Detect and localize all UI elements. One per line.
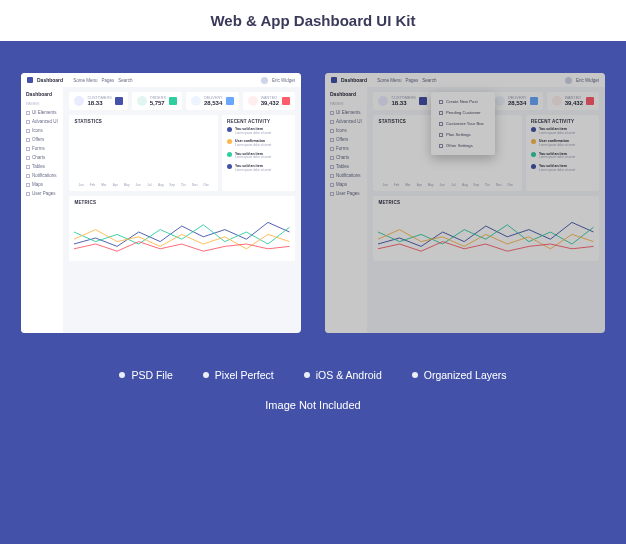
- search-link[interactable]: Search: [118, 78, 132, 83]
- sidebar-item-notifications[interactable]: Notifications: [26, 171, 58, 180]
- delivery-icon: [191, 96, 201, 106]
- stat-card-delivery[interactable]: DELIVERY28,534: [186, 92, 239, 110]
- sidebar-item-advanced-ui[interactable]: Advanced UI: [26, 117, 58, 126]
- customers-icon: [378, 96, 388, 106]
- dropdown-item-other[interactable]: Other Settings: [435, 140, 491, 151]
- sidebar-item[interactable]: Charts: [330, 153, 362, 162]
- dashboard-light: Dashboard Some Menu Pages Search Eric Wi…: [21, 73, 301, 333]
- sidebar-item-offers[interactable]: Offers: [26, 135, 58, 144]
- search-link[interactable]: Search: [422, 78, 436, 83]
- nav-icon: [26, 183, 30, 187]
- bar-label: Nov: [192, 183, 198, 187]
- bullet-icon: [203, 372, 209, 378]
- sidebar-item[interactable]: Offers: [330, 135, 362, 144]
- sidebar-item-icons[interactable]: Icons: [26, 126, 58, 135]
- sidebar-item[interactable]: UI Elements: [330, 108, 362, 117]
- nav-icon: [330, 147, 334, 151]
- page-title: Web & App Dashboard UI Kit: [0, 0, 626, 41]
- nav-icon: [26, 120, 30, 124]
- dropdown-item-customize[interactable]: Customize Your Box: [435, 118, 491, 129]
- bullet-icon: [119, 372, 125, 378]
- activity-item[interactable]: User confirmationLorem ipsum dolor sit a…: [531, 139, 594, 147]
- bar-column: Feb: [88, 181, 97, 187]
- activity-item[interactable]: You sold an itemLorem ipsum dolor sit am…: [227, 164, 290, 172]
- pages-link[interactable]: Pages: [405, 78, 418, 83]
- sidebar-item-ui-elements[interactable]: UI Elements: [26, 108, 58, 117]
- sidebar-item-maps[interactable]: Maps: [26, 180, 58, 189]
- stat-card-wanted[interactable]: WANTED39,432: [243, 92, 295, 110]
- menu-link[interactable]: Some Menu: [73, 78, 97, 83]
- sidebar-item-tables[interactable]: Tables: [26, 162, 58, 171]
- nav-icon: [330, 174, 334, 178]
- bar-label: Apr: [417, 183, 422, 187]
- dropdown-item-pending[interactable]: Pending Customer: [435, 107, 491, 118]
- activity-panel: RECENT ACTIVITY You sold an itemLorem ip…: [222, 115, 295, 191]
- dropdown-item-plan[interactable]: Plan Settings: [435, 129, 491, 140]
- sidebar-item[interactable]: Forms: [330, 144, 362, 153]
- avatar-icon[interactable]: [565, 77, 572, 84]
- bar-label: Oct: [485, 183, 490, 187]
- avatar-icon[interactable]: [261, 77, 268, 84]
- bar-column: Apr: [415, 181, 424, 187]
- activity-sub: Lorem ipsum dolor sit amet: [235, 144, 271, 148]
- sidebar-item[interactable]: Maps: [330, 180, 362, 189]
- activity-dot-icon: [531, 152, 536, 157]
- sidebar-item[interactable]: User Pages: [330, 189, 362, 198]
- user-name[interactable]: Eric Widget: [576, 78, 599, 83]
- feature-layers: Organized Layers: [412, 369, 507, 381]
- main-content: CUSTOMERS18.33 ORDERS5,757 DELIVERY28,53…: [63, 87, 301, 333]
- status-badge: [282, 97, 290, 105]
- stat-card-customers[interactable]: CUSTOMERS18.33: [69, 92, 127, 110]
- sidebar-item-charts[interactable]: Charts: [26, 153, 58, 162]
- nav-icon: [26, 165, 30, 169]
- user-name[interactable]: Eric Widget: [272, 78, 295, 83]
- nav-icon: [330, 138, 334, 142]
- bar-column: Oct: [483, 181, 492, 187]
- wanted-icon: [248, 96, 258, 106]
- sidebar-item[interactable]: Tables: [330, 162, 362, 171]
- nav-icon: [26, 111, 30, 115]
- sidebar-item[interactable]: Icons: [330, 126, 362, 135]
- activity-item[interactable]: You sold an itemLorem ipsum dolor sit am…: [227, 152, 290, 160]
- stat-card-orders[interactable]: ORDERS5,757: [132, 92, 182, 110]
- status-badge: [530, 97, 538, 105]
- activity-sub: Lorem ipsum dolor sit amet: [539, 144, 575, 148]
- stat-card-customers[interactable]: CUSTOMERS18.33: [373, 92, 431, 110]
- activity-dot-icon: [531, 139, 536, 144]
- activity-item[interactable]: You sold an itemLorem ipsum dolor sit am…: [531, 127, 594, 135]
- orders-icon: [137, 96, 147, 106]
- bar-label: Jan: [79, 183, 84, 187]
- header-title: Dashboard: [37, 77, 63, 83]
- activity-sub: Lorem ipsum dolor sit amet: [235, 169, 271, 173]
- dropdown-item-create[interactable]: Create New Post: [435, 96, 491, 107]
- panel-title: METRICS: [378, 200, 594, 205]
- sidebar-item[interactable]: Advanced UI: [330, 117, 362, 126]
- sidebar-item-user-pages[interactable]: User Pages: [26, 189, 58, 198]
- bar-column: Jun: [133, 181, 142, 187]
- stat-card-wanted[interactable]: WANTED39,432: [547, 92, 599, 110]
- bar-label: Jul: [451, 183, 455, 187]
- bar-column: Jan: [76, 181, 85, 187]
- bar-column: Nov: [494, 181, 503, 187]
- activity-item[interactable]: User confirmationLorem ipsum dolor sit a…: [227, 139, 290, 147]
- activity-item[interactable]: You sold an itemLorem ipsum dolor sit am…: [227, 127, 290, 135]
- line-chart: [378, 208, 594, 256]
- gear-icon: [439, 144, 443, 148]
- dashboards-row: Dashboard Some Menu Pages Search Eric Wi…: [0, 41, 626, 353]
- bar-label: Oct: [181, 183, 186, 187]
- sidebar-item-forms[interactable]: Forms: [26, 144, 58, 153]
- stat-card-delivery[interactable]: DELIVERY28,534: [490, 92, 543, 110]
- bar-column: Mar: [403, 181, 412, 187]
- nav-icon: [330, 165, 334, 169]
- bar-column: Dec: [506, 181, 515, 187]
- activity-item[interactable]: You sold an itemLorem ipsum dolor sit am…: [531, 152, 594, 160]
- nav-icon: [330, 183, 334, 187]
- bar-chart: JanFebMarAprMayJunJulAugSepOctNovDec: [74, 127, 213, 187]
- menu-link[interactable]: Some Menu: [377, 78, 401, 83]
- activity-sub: Lorem ipsum dolor sit amet: [539, 156, 575, 160]
- pages-link[interactable]: Pages: [101, 78, 114, 83]
- activity-item[interactable]: You sold an itemLorem ipsum dolor sit am…: [531, 164, 594, 172]
- status-badge: [419, 97, 427, 105]
- sidebar-item[interactable]: Notifications: [330, 171, 362, 180]
- sidebar-section-label: PAGES: [26, 101, 58, 106]
